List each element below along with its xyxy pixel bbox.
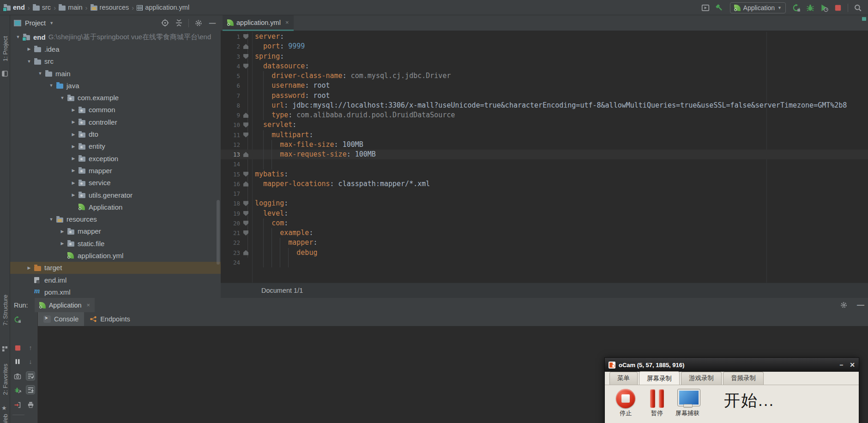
tree-item-resources[interactable]: ▼resources	[10, 213, 221, 225]
project-tool-icon[interactable]	[2, 71, 8, 77]
structure-tool-icon[interactable]	[2, 346, 8, 352]
hide-panel-icon[interactable]: —	[857, 301, 864, 309]
breadcrumb-item-src[interactable]: src	[33, 4, 51, 11]
fold-start-icon[interactable]	[243, 133, 248, 138]
rerun-icon[interactable]	[13, 315, 22, 324]
build-hammer-icon[interactable]	[714, 2, 725, 13]
fold-end-icon[interactable]	[243, 44, 248, 49]
editor-area[interactable]: application.yml × 1server:2 port: 99993s…	[221, 15, 868, 298]
code-line-15[interactable]: 15mybatis:	[221, 169, 868, 179]
code-line-11[interactable]: 11 multipart:	[221, 130, 868, 140]
tree-expanded-arrow-icon[interactable]: ▼	[46, 83, 56, 88]
tool-window-button-project[interactable]: 1: Project	[2, 28, 9, 70]
ocam-window[interactable]: oCam (5, 57, 1885, 916) – ✕ 菜单屏幕录制游戏录制音频…	[604, 357, 859, 423]
down-icon[interactable]: ↓	[26, 357, 35, 366]
code-line-21[interactable]: 21 example:	[221, 228, 868, 238]
code-line-14[interactable]: 14	[221, 159, 868, 169]
project-panel-title[interactable]: Project	[25, 19, 46, 27]
code-line-19[interactable]: 19 level:	[221, 209, 868, 218]
tree-collapsed-arrow-icon[interactable]: ▶	[68, 156, 78, 161]
code-line-7[interactable]: 7 password: root	[221, 91, 868, 101]
tree-item-mapper[interactable]: ▶mapper	[10, 164, 221, 176]
gear-icon[interactable]	[838, 300, 849, 311]
tree-collapsed-arrow-icon[interactable]: ▶	[57, 229, 67, 234]
tree-scrollbar[interactable]	[217, 200, 220, 265]
tree-collapsed-arrow-icon[interactable]: ▶	[68, 132, 78, 137]
tree-item-end[interactable]: ▼end G:\shejiing\基于springboot vue在线零食商城平…	[10, 31, 221, 43]
code-line-24[interactable]: 24	[221, 258, 868, 267]
ocam-stop-button[interactable]: 停止	[611, 388, 640, 417]
tree-expanded-arrow-icon[interactable]: ▼	[13, 35, 23, 39]
stop-icon[interactable]	[832, 2, 844, 13]
tree-item-entity[interactable]: ▶entity	[10, 140, 221, 152]
code-line-6[interactable]: 6 username: root	[221, 81, 868, 91]
print-icon[interactable]	[26, 400, 35, 409]
tree-item-controller[interactable]: ▶controller	[10, 116, 221, 128]
code-line-9[interactable]: 9 type: com.alibaba.druid.pool.DruidData…	[221, 110, 868, 120]
code-line-23[interactable]: 23 debug	[221, 248, 868, 258]
run-tab-console[interactable]: Console	[38, 312, 84, 326]
ocam-tab-屏幕录制[interactable]: 屏幕录制	[639, 371, 680, 385]
tool-window-button-web[interactable]: Web	[2, 412, 9, 423]
fold-start-icon[interactable]	[243, 54, 248, 59]
tree-expanded-arrow-icon[interactable]: ▼	[35, 71, 45, 76]
code-line-10[interactable]: 10 servlet:	[221, 120, 868, 130]
tree-item-pom-xml[interactable]: pom.xml	[10, 286, 221, 298]
tree-item-common[interactable]: ▶common	[10, 104, 221, 116]
tree-item-target[interactable]: ▶target	[10, 262, 221, 274]
tree-collapsed-arrow-icon[interactable]: ▶	[68, 168, 78, 173]
tree-item-src[interactable]: ▼src	[10, 55, 221, 67]
stop-icon[interactable]	[13, 343, 22, 352]
fold-start-icon[interactable]	[243, 34, 248, 39]
collapse-all-icon[interactable]	[173, 18, 184, 29]
tool-window-button-structure[interactable]: 7: Structure	[2, 277, 9, 344]
fold-start-icon[interactable]	[243, 201, 248, 206]
tree-item-mapper[interactable]: ▶mapper	[10, 225, 221, 237]
tree-item-dto[interactable]: ▶dto	[10, 128, 221, 140]
pause-icon[interactable]	[13, 357, 22, 366]
code-line-2[interactable]: 2 port: 9999	[221, 42, 868, 51]
tree-item-application-yml[interactable]: application.yml	[10, 249, 221, 261]
run-configuration-select[interactable]: Application ▼	[730, 2, 786, 13]
more-chevron-icon[interactable]: »	[26, 419, 35, 423]
scroll-to-end-icon[interactable]	[26, 385, 35, 394]
run-content-tab-application[interactable]: Application ×	[35, 298, 95, 312]
ocam-title-bar[interactable]: oCam (5, 57, 1885, 916) – ✕	[605, 358, 859, 372]
tree-collapsed-arrow-icon[interactable]: ▶	[57, 241, 67, 246]
tree-item-utils-generator[interactable]: ▶utils.generator	[10, 189, 221, 201]
code-line-13[interactable]: 13 max-request-size: 100MB	[221, 150, 868, 159]
tree-expanded-arrow-icon[interactable]: ▼	[57, 96, 67, 100]
profiler-icon[interactable]	[819, 2, 830, 13]
close-icon[interactable]: ✕	[850, 362, 855, 368]
fold-end-icon[interactable]	[243, 152, 248, 157]
fold-start-icon[interactable]	[243, 122, 248, 127]
editor-tab-application-yml[interactable]: application.yml ×	[223, 15, 294, 31]
tool-window-button-favorites[interactable]: 2: Favorites	[2, 359, 9, 400]
tree-item-java[interactable]: ▼java	[10, 79, 221, 91]
run-tab-endpoints[interactable]: Endpoints	[84, 312, 136, 326]
screenshot-icon[interactable]	[13, 372, 22, 381]
fold-end-icon[interactable]	[243, 113, 248, 118]
gear-icon[interactable]	[193, 18, 204, 29]
rerun-icon[interactable]	[791, 2, 802, 13]
code-line-16[interactable]: 16 mapper-locations: classpath:mapper/*.…	[221, 179, 868, 189]
fold-end-icon[interactable]	[243, 250, 248, 255]
tree-collapsed-arrow-icon[interactable]: ▶	[68, 144, 78, 149]
tree-item-com-example[interactable]: ▼com.example	[10, 91, 221, 103]
breadcrumb-item-end[interactable]: end	[4, 4, 25, 11]
tree-collapsed-arrow-icon[interactable]: ▶	[24, 266, 34, 270]
fold-end-icon[interactable]	[243, 181, 248, 187]
code-line-8[interactable]: 8 url: jdbc:mysql://localhost:3306/x-mal…	[221, 101, 868, 110]
code-line-20[interactable]: 20 com:	[221, 218, 868, 228]
tree-item-service[interactable]: ▶service	[10, 177, 221, 189]
chevron-down-icon[interactable]: ▼	[49, 21, 54, 25]
code-line-18[interactable]: 18logging:	[221, 199, 868, 208]
fold-start-icon[interactable]	[243, 230, 248, 236]
code-editor[interactable]: 1server:2 port: 99993spring:4 datasource…	[221, 32, 868, 283]
up-icon[interactable]: ↑	[26, 343, 35, 352]
code-line-4[interactable]: 4 datasource:	[221, 61, 868, 71]
ocam-capture-button[interactable]: 屏幕捕获	[673, 388, 702, 417]
tree-item-static-file[interactable]: ▶static.file	[10, 237, 221, 249]
tree-item-exception[interactable]: ▶exception	[10, 152, 221, 164]
fold-start-icon[interactable]	[243, 221, 248, 226]
